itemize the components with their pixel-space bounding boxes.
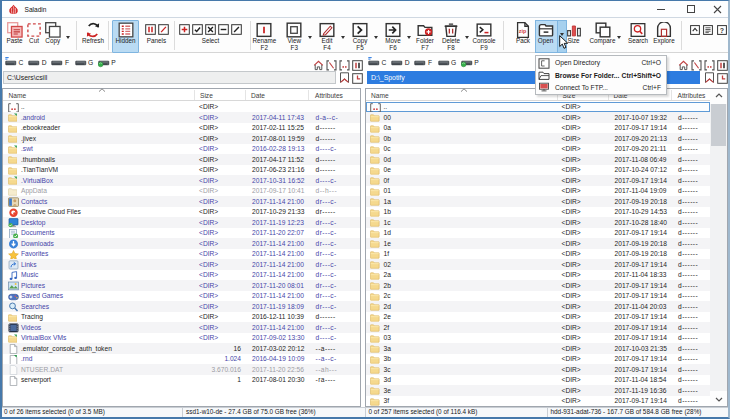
svg-text:zip: zip xyxy=(519,28,527,34)
svg-text:?: ? xyxy=(719,26,723,33)
